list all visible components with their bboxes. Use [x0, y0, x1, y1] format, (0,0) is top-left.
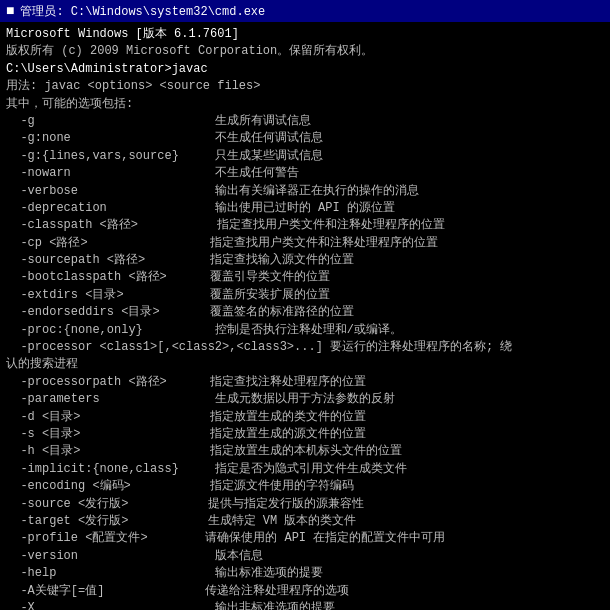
console-line: -classpath <路径> 指定查找用户类文件和注释处理程序的位置 — [6, 217, 604, 234]
title-bar-icon: ■ — [6, 3, 14, 19]
console-line: -encoding <编码> 指定源文件使用的字符编码 — [6, 478, 604, 495]
console-line: -g 生成所有调试信息 — [6, 113, 604, 130]
console-line: -h <目录> 指定放置生成的本机标头文件的位置 — [6, 443, 604, 460]
console-line: 用法: javac <options> <source files> — [6, 78, 604, 95]
console-line: -endorseddirs <目录> 覆盖签名的标准路径的位置 — [6, 304, 604, 321]
console-line: Microsoft Windows [版本 6.1.7601] — [6, 26, 604, 43]
console-line: -A关键字[=值] 传递给注释处理程序的选项 — [6, 583, 604, 600]
console-line: -proc:{none,only} 控制是否执行注释处理和/或编译。 — [6, 322, 604, 339]
console-line: -deprecation 输出使用已过时的 API 的源位置 — [6, 200, 604, 217]
console-line: -sourcepath <路径> 指定查找输入源文件的位置 — [6, 252, 604, 269]
console-line: -verbose 输出有关编译器正在执行的操作的消息 — [6, 183, 604, 200]
console-line: -help 输出标准选项的提要 — [6, 565, 604, 582]
console-line: -processor <class1>[,<class2>,<class3>..… — [6, 339, 604, 356]
console-line: -cp <路径> 指定查找用户类文件和注释处理程序的位置 — [6, 235, 604, 252]
console-line: 版权所有 (c) 2009 Microsoft Corporation。保留所有… — [6, 43, 604, 60]
console-line: -bootclasspath <路径> 覆盖引导类文件的位置 — [6, 269, 604, 286]
console-line: -source <发行版> 提供与指定发行版的源兼容性 — [6, 496, 604, 513]
console-line: -d <目录> 指定放置生成的类文件的位置 — [6, 409, 604, 426]
console-line: C:\Users\Administrator>javac — [6, 61, 604, 78]
console-line: -g:none 不生成任何调试信息 — [6, 130, 604, 147]
console-line: -version 版本信息 — [6, 548, 604, 565]
console-line: -extdirs <目录> 覆盖所安装扩展的位置 — [6, 287, 604, 304]
console-line: -s <目录> 指定放置生成的源文件的位置 — [6, 426, 604, 443]
title-bar-text: 管理员: C:\Windows\system32\cmd.exe — [20, 3, 604, 20]
console-line: -profile <配置文件> 请确保使用的 API 在指定的配置文件中可用 — [6, 530, 604, 547]
console-line: 其中，可能的选项包括: — [6, 96, 604, 113]
console-line: -processorpath <路径> 指定查找注释处理程序的位置 — [6, 374, 604, 391]
console-line: -implicit:{none,class} 指定是否为隐式引用文件生成类文件 — [6, 461, 604, 478]
console-line: -g:{lines,vars,source} 只生成某些调试信息 — [6, 148, 604, 165]
title-bar: ■ 管理员: C:\Windows\system32\cmd.exe — [0, 0, 610, 22]
console-line: 认的搜索进程 — [6, 356, 604, 373]
console-window[interactable]: Microsoft Windows [版本 6.1.7601]版权所有 (c) … — [0, 22, 610, 610]
console-line: -parameters 生成元数据以用于方法参数的反射 — [6, 391, 604, 408]
console-line: -target <发行版> 生成特定 VM 版本的类文件 — [6, 513, 604, 530]
console-line: -nowarn 不生成任何警告 — [6, 165, 604, 182]
console-line: -X 输出非标准选项的提要 — [6, 600, 604, 610]
